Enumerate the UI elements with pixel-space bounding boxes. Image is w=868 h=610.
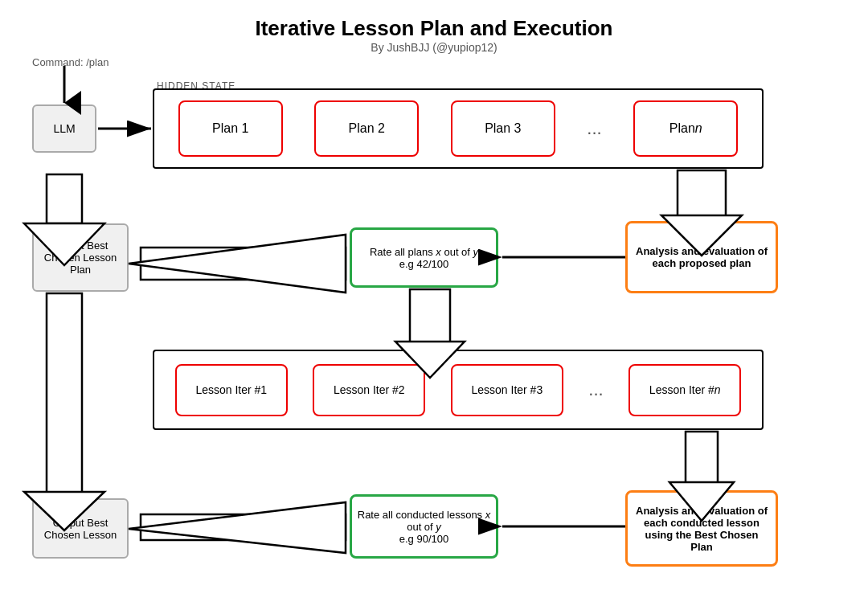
plan-box-n: Plan n bbox=[633, 100, 738, 157]
analysis-bottom-box: Analysis and evaluation of each conducte… bbox=[625, 490, 778, 567]
title-section: Iterative Lesson Plan and Execution By J… bbox=[24, 16, 844, 54]
rate-plans-text: Rate all plans x out of ye.g 42/100 bbox=[370, 246, 478, 270]
diagram-container: Iterative Lesson Plan and Execution By J… bbox=[0, 0, 868, 610]
svg-marker-12 bbox=[141, 248, 346, 280]
plan-box-1: Plan 1 bbox=[178, 100, 283, 157]
output-plan-box: Output Best Chosen Lesson Plan bbox=[32, 223, 129, 292]
rate-lessons-box: Rate all conducted lessons x out of ye.g… bbox=[350, 494, 498, 559]
svg-marker-21 bbox=[47, 293, 82, 497]
command-label: Command: /plan bbox=[32, 56, 108, 68]
svg-marker-16 bbox=[686, 432, 718, 489]
rate-plans-box: Rate all plans x out of ye.g 42/100 bbox=[350, 227, 498, 288]
svg-marker-13 bbox=[129, 235, 346, 293]
plans-container: Plan 1 Plan 2 Plan 3 ... Plan n bbox=[153, 88, 764, 169]
svg-marker-9 bbox=[678, 170, 726, 221]
lesson-iter-n: Lesson Iter #n bbox=[628, 364, 741, 416]
plans-ellipsis: ... bbox=[587, 118, 601, 139]
output-lesson-box: Output Best Chosen Lesson bbox=[32, 498, 129, 559]
lesson-iter-3: Lesson Iter #3 bbox=[451, 364, 563, 416]
lesson-iter-1: Lesson Iter #1 bbox=[175, 364, 288, 416]
plan-box-2: Plan 2 bbox=[314, 100, 419, 157]
iters-ellipsis: ... bbox=[588, 379, 603, 400]
svg-marker-20 bbox=[129, 502, 346, 553]
llm-box: LLM bbox=[32, 104, 96, 153]
lesson-iter-2: Lesson Iter #2 bbox=[313, 364, 425, 416]
rate-lessons-text: Rate all conducted lessons x out of ye.g… bbox=[352, 509, 496, 545]
svg-marker-6 bbox=[47, 174, 82, 223]
plan-box-3: Plan 3 bbox=[451, 100, 555, 157]
main-title: Iterative Lesson Plan and Execution bbox=[24, 16, 844, 41]
lesson-iters-container: Lesson Iter #1 Lesson Iter #2 Lesson Ite… bbox=[153, 350, 764, 430]
svg-marker-14 bbox=[410, 289, 450, 348]
subtitle: By JushBJJ (@yupiop12) bbox=[24, 41, 844, 54]
analysis-top-box: Analysis and evaluation of each proposed… bbox=[625, 221, 778, 293]
svg-marker-19 bbox=[141, 514, 346, 540]
